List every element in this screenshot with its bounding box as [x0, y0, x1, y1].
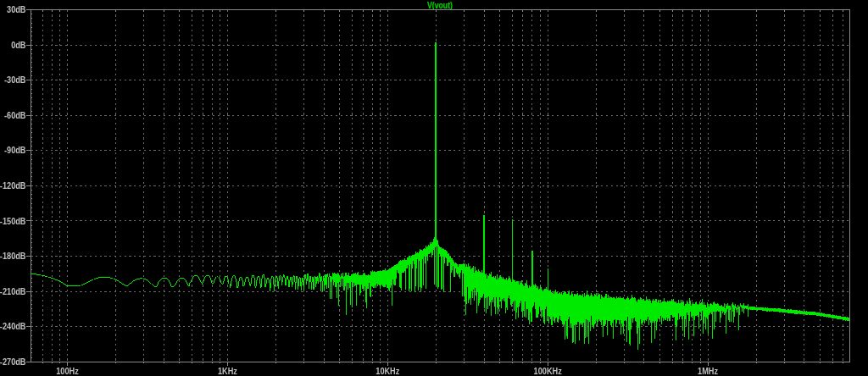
svg-text:100KHz: 100KHz — [534, 366, 562, 375]
svg-text:V(vout): V(vout) — [427, 1, 453, 10]
svg-text:-120dB: -120dB — [0, 181, 26, 191]
svg-text:30dB: 30dB — [7, 5, 26, 14]
svg-text:10KHz: 10KHz — [376, 366, 399, 375]
svg-text:-30dB: -30dB — [4, 75, 26, 85]
svg-text:-240dB: -240dB — [0, 322, 26, 331]
svg-text:100Hz: 100Hz — [56, 366, 79, 375]
svg-text:-180dB: -180dB — [0, 252, 26, 261]
svg-text:1MHz: 1MHz — [698, 366, 718, 375]
svg-text:-60dB: -60dB — [4, 110, 26, 119]
svg-text:-270dB: -270dB — [0, 357, 26, 366]
svg-text:0dB: 0dB — [11, 40, 25, 49]
svg-text:-90dB: -90dB — [4, 146, 26, 155]
svg-text:-150dB: -150dB — [0, 216, 26, 225]
svg-text:1KHz: 1KHz — [218, 366, 237, 375]
svg-text:-210dB: -210dB — [0, 286, 26, 296]
